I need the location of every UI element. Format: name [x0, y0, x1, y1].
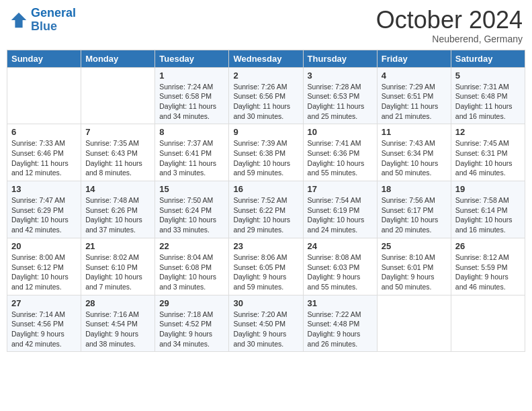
day-number: 26 [455, 241, 521, 251]
day-info: Sunrise: 7:39 AMSunset: 6:38 PMDaylight:… [233, 138, 298, 178]
day-info: Sunrise: 7:29 AMSunset: 6:51 PMDaylight:… [382, 82, 447, 122]
calendar-header-wednesday: Wednesday [229, 50, 303, 67]
day-number: 19 [455, 184, 521, 194]
logo: General Blue [9, 7, 76, 34]
day-number: 4 [382, 71, 447, 81]
day-number: 29 [159, 298, 224, 308]
calendar-header-monday: Monday [81, 50, 155, 67]
calendar-header-tuesday: Tuesday [155, 50, 229, 67]
calendar-cell: 31Sunrise: 7:22 AMSunset: 4:48 PMDayligh… [303, 295, 377, 352]
calendar-header-sunday: Sunday [7, 50, 81, 67]
calendar-cell: 6Sunrise: 7:33 AMSunset: 6:46 PMDaylight… [7, 124, 81, 181]
calendar-cell: 12Sunrise: 7:45 AMSunset: 6:31 PMDayligh… [451, 124, 525, 181]
calendar-cell: 21Sunrise: 8:02 AMSunset: 6:10 PMDayligh… [81, 238, 155, 295]
calendar-cell: 20Sunrise: 8:00 AMSunset: 6:12 PMDayligh… [7, 238, 81, 295]
calendar-week-4: 20Sunrise: 8:00 AMSunset: 6:12 PMDayligh… [7, 238, 525, 295]
day-info: Sunrise: 8:02 AMSunset: 6:10 PMDaylight:… [85, 253, 150, 292]
day-number: 30 [233, 298, 298, 308]
day-number: 20 [11, 241, 77, 251]
day-info: Sunrise: 7:20 AMSunset: 4:50 PMDaylight:… [233, 310, 298, 349]
day-info: Sunrise: 8:04 AMSunset: 6:08 PMDaylight:… [159, 253, 224, 292]
calendar-cell: 25Sunrise: 8:10 AMSunset: 6:01 PMDayligh… [377, 238, 451, 295]
day-info: Sunrise: 7:28 AMSunset: 6:53 PMDaylight:… [308, 82, 373, 122]
day-info: Sunrise: 7:45 AMSunset: 6:31 PMDaylight:… [455, 138, 521, 178]
calendar-cell: 7Sunrise: 7:35 AMSunset: 6:43 PMDaylight… [81, 124, 155, 181]
day-info: Sunrise: 7:56 AMSunset: 6:17 PMDaylight:… [382, 195, 447, 235]
calendar-cell: 8Sunrise: 7:37 AMSunset: 6:41 PMDaylight… [155, 124, 229, 181]
day-number: 31 [308, 298, 373, 308]
day-info: Sunrise: 7:35 AMSunset: 6:43 PMDaylight:… [85, 138, 150, 178]
calendar-week-5: 27Sunrise: 7:14 AMSunset: 4:56 PMDayligh… [7, 295, 525, 352]
calendar-cell: 3Sunrise: 7:28 AMSunset: 6:53 PMDaylight… [303, 67, 377, 124]
day-info: Sunrise: 7:48 AMSunset: 6:26 PMDaylight:… [85, 195, 150, 235]
day-number: 24 [308, 241, 373, 251]
calendar-cell: 22Sunrise: 8:04 AMSunset: 6:08 PMDayligh… [155, 238, 229, 295]
day-info: Sunrise: 7:47 AMSunset: 6:29 PMDaylight:… [11, 195, 77, 235]
day-number: 9 [233, 127, 298, 137]
calendar-cell: 18Sunrise: 7:56 AMSunset: 6:17 PMDayligh… [377, 181, 451, 238]
day-number: 16 [233, 184, 298, 194]
logo-text: General Blue [31, 7, 76, 34]
calendar-cell: 19Sunrise: 7:58 AMSunset: 6:14 PMDayligh… [451, 181, 525, 238]
calendar-cell [451, 295, 525, 352]
svg-marker-0 [11, 13, 26, 28]
day-info: Sunrise: 8:06 AMSunset: 6:05 PMDaylight:… [233, 253, 298, 292]
calendar-cell: 14Sunrise: 7:48 AMSunset: 6:26 PMDayligh… [81, 181, 155, 238]
calendar-cell: 16Sunrise: 7:52 AMSunset: 6:22 PMDayligh… [229, 181, 303, 238]
day-info: Sunrise: 7:54 AMSunset: 6:19 PMDaylight:… [308, 195, 373, 235]
day-number: 8 [159, 127, 224, 137]
day-number: 18 [382, 184, 447, 194]
calendar-cell: 30Sunrise: 7:20 AMSunset: 4:50 PMDayligh… [229, 295, 303, 352]
day-number: 2 [233, 71, 298, 81]
calendar-cell: 17Sunrise: 7:54 AMSunset: 6:19 PMDayligh… [303, 181, 377, 238]
calendar-cell: 10Sunrise: 7:41 AMSunset: 6:36 PMDayligh… [303, 124, 377, 181]
day-number: 6 [11, 127, 77, 137]
calendar-week-1: 1Sunrise: 7:24 AMSunset: 6:58 PMDaylight… [7, 67, 525, 124]
calendar-header-row: SundayMondayTuesdayWednesdayThursdayFrid… [7, 50, 525, 67]
day-info: Sunrise: 8:00 AMSunset: 6:12 PMDaylight:… [11, 253, 77, 292]
day-info: Sunrise: 8:12 AMSunset: 5:59 PMDaylight:… [455, 253, 521, 292]
day-number: 25 [382, 241, 447, 251]
calendar-cell: 15Sunrise: 7:50 AMSunset: 6:24 PMDayligh… [155, 181, 229, 238]
day-info: Sunrise: 7:24 AMSunset: 6:58 PMDaylight:… [159, 82, 224, 122]
calendar-cell: 11Sunrise: 7:43 AMSunset: 6:34 PMDayligh… [377, 124, 451, 181]
day-info: Sunrise: 7:52 AMSunset: 6:22 PMDaylight:… [233, 195, 298, 235]
day-number: 28 [85, 298, 150, 308]
day-info: Sunrise: 7:18 AMSunset: 4:52 PMDaylight:… [159, 310, 224, 349]
day-info: Sunrise: 7:22 AMSunset: 4:48 PMDaylight:… [308, 310, 373, 349]
calendar-header-saturday: Saturday [451, 50, 525, 67]
month-title: October 2024 [376, 7, 523, 34]
day-number: 23 [233, 241, 298, 251]
day-number: 17 [308, 184, 373, 194]
calendar-cell: 4Sunrise: 7:29 AMSunset: 6:51 PMDaylight… [377, 67, 451, 124]
location: Neuberend, Germany [376, 34, 523, 44]
day-number: 14 [85, 184, 150, 194]
calendar-cell [81, 67, 155, 124]
calendar-header-thursday: Thursday [303, 50, 377, 67]
calendar-week-3: 13Sunrise: 7:47 AMSunset: 6:29 PMDayligh… [7, 181, 525, 238]
calendar-cell: 2Sunrise: 7:26 AMSunset: 6:56 PMDaylight… [229, 67, 303, 124]
day-info: Sunrise: 7:16 AMSunset: 4:54 PMDaylight:… [85, 310, 150, 349]
day-info: Sunrise: 7:41 AMSunset: 6:36 PMDaylight:… [308, 138, 373, 178]
calendar-header-friday: Friday [377, 50, 451, 67]
calendar-cell: 29Sunrise: 7:18 AMSunset: 4:52 PMDayligh… [155, 295, 229, 352]
day-info: Sunrise: 7:26 AMSunset: 6:56 PMDaylight:… [233, 82, 298, 122]
calendar-cell: 1Sunrise: 7:24 AMSunset: 6:58 PMDaylight… [155, 67, 229, 124]
day-info: Sunrise: 7:58 AMSunset: 6:14 PMDaylight:… [455, 195, 521, 235]
day-number: 5 [455, 71, 521, 81]
day-number: 7 [85, 127, 150, 137]
day-info: Sunrise: 8:08 AMSunset: 6:03 PMDaylight:… [308, 253, 373, 292]
day-info: Sunrise: 7:37 AMSunset: 6:41 PMDaylight:… [159, 138, 224, 178]
day-info: Sunrise: 7:43 AMSunset: 6:34 PMDaylight:… [382, 138, 447, 178]
calendar-cell: 9Sunrise: 7:39 AMSunset: 6:38 PMDaylight… [229, 124, 303, 181]
calendar-table: SundayMondayTuesdayWednesdayThursdayFrid… [7, 50, 525, 353]
day-number: 3 [308, 71, 373, 81]
day-info: Sunrise: 8:10 AMSunset: 6:01 PMDaylight:… [382, 253, 447, 292]
day-number: 13 [11, 184, 77, 194]
calendar-cell: 26Sunrise: 8:12 AMSunset: 5:59 PMDayligh… [451, 238, 525, 295]
day-number: 22 [159, 241, 224, 251]
day-number: 10 [308, 127, 373, 137]
calendar-cell: 27Sunrise: 7:14 AMSunset: 4:56 PMDayligh… [7, 295, 81, 352]
calendar-week-2: 6Sunrise: 7:33 AMSunset: 6:46 PMDaylight… [7, 124, 525, 181]
day-number: 21 [85, 241, 150, 251]
